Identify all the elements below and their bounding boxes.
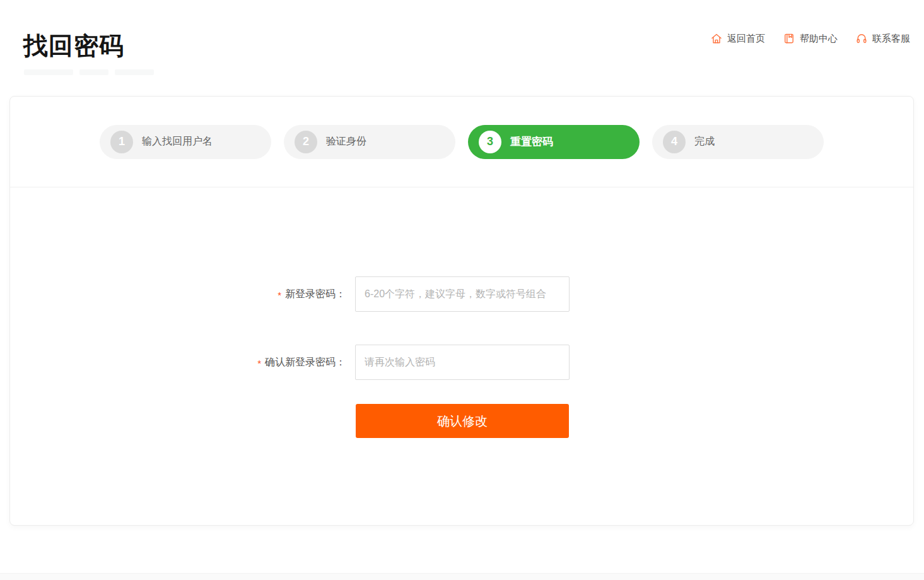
required-asterisk: * — [257, 358, 261, 369]
new-password-label-cell: *新登录密码： — [10, 288, 355, 301]
confirm-password-input[interactable] — [355, 345, 570, 380]
password-recovery-page: 找回密码 返回首页 帮助中心 — [0, 0, 924, 580]
help-center-link[interactable]: 帮助中心 — [783, 32, 838, 45]
page-title: 找回密码 — [23, 30, 124, 62]
step-1-number-badge: 1 — [110, 131, 133, 153]
header-links: 返回首页 帮助中心 联系客服 — [710, 32, 910, 45]
contact-support-link[interactable]: 联系客服 — [855, 32, 910, 45]
back-to-home-label: 返回首页 — [727, 32, 765, 45]
confirm-change-button[interactable]: 确认修改 — [356, 404, 569, 438]
step-1-label: 输入找回用户名 — [142, 135, 213, 148]
required-asterisk: * — [278, 290, 281, 300]
step-3-number-badge: 3 — [479, 131, 501, 153]
step-4-number-badge: 4 — [663, 131, 686, 153]
step-3-reset-password-active: 3 重置密码 — [468, 125, 640, 159]
step-4-label: 完成 — [694, 135, 715, 148]
headset-icon — [855, 32, 868, 45]
help-center-icon — [783, 32, 795, 45]
step-2-number-badge: 2 — [295, 131, 317, 153]
confirm-password-label: 确认新登录密码： — [265, 357, 346, 367]
new-password-input[interactable] — [355, 276, 570, 312]
back-to-home-link[interactable]: 返回首页 — [710, 32, 765, 45]
step-indicator: 1 输入找回用户名 2 验证身份 3 重置密码 4 完成 — [10, 97, 913, 187]
home-icon — [710, 32, 723, 45]
step-1-enter-username: 1 输入找回用户名 — [100, 125, 271, 159]
reset-password-form: *新登录密码： *确认新登录密码： 确认修改 — [10, 187, 913, 438]
help-center-label: 帮助中心 — [800, 32, 838, 45]
faint-watermark-text — [24, 69, 154, 75]
new-password-row: *新登录密码： — [10, 276, 913, 312]
recovery-card: 1 输入找回用户名 2 验证身份 3 重置密码 4 完成 *新登录密码： — [9, 96, 914, 526]
contact-support-label: 联系客服 — [872, 32, 910, 45]
step-4-complete: 4 完成 — [652, 125, 824, 159]
new-password-label: 新登录密码： — [285, 288, 346, 299]
footer-strip — [0, 573, 924, 580]
step-2-verify-identity: 2 验证身份 — [284, 125, 455, 159]
confirm-password-row: *确认新登录密码： — [10, 345, 913, 380]
confirm-password-label-cell: *确认新登录密码： — [10, 356, 355, 369]
step-2-label: 验证身份 — [326, 135, 366, 148]
submit-row: 确认修改 — [356, 404, 913, 438]
step-3-label: 重置密码 — [510, 134, 553, 149]
